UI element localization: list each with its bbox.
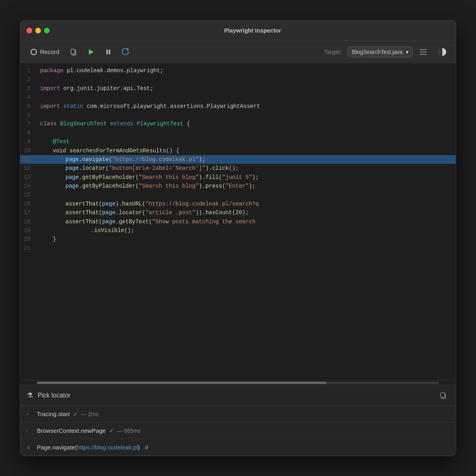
chevron-right-icon-2: ›	[27, 428, 33, 434]
lines-menu-button[interactable]	[416, 45, 430, 59]
main-window: Playwright Inspector Record	[20, 20, 456, 456]
code-line-20: 20 }	[20, 235, 456, 244]
copy-icon	[440, 392, 447, 399]
chevron-right-icon: ›	[27, 411, 33, 417]
svg-marker-2	[89, 49, 94, 55]
scrollbar-thumb[interactable]	[37, 382, 326, 384]
code-editor: 1 package pl.codeleak.demos.playwright; …	[20, 63, 456, 385]
copy-icon	[70, 48, 77, 56]
log-entry-3-text: Page.navigate(https://blog.codeleak.pl) …	[37, 444, 150, 451]
traffic-lights	[27, 28, 50, 33]
code-line-19: 19 .isVisible();	[20, 226, 456, 235]
window-title: Playwright Inspector	[56, 27, 449, 34]
theme-icon	[438, 48, 447, 56]
titlebar: Playwright Inspector	[20, 20, 456, 41]
code-line-15: 15	[20, 190, 456, 199]
locator-copy-button[interactable]	[437, 389, 449, 402]
code-line-21: 21	[20, 244, 456, 253]
play-icon	[87, 48, 95, 56]
code-line-10: 10 void searchesForTermAndGetsResults() …	[20, 146, 456, 155]
log-entry-2-text: BrowserContext.newPage ✓ — 665ms	[37, 427, 141, 434]
theme-toggle-button[interactable]	[435, 45, 449, 59]
pause-bars-icon: ⏸	[144, 444, 150, 451]
log-entry-1-text: Tracing.start ✓ — 2ms	[37, 411, 99, 417]
close-button[interactable]	[27, 28, 32, 33]
record-button[interactable]: Record	[27, 46, 63, 58]
copy-button[interactable]	[66, 45, 81, 59]
code-line-16: 16 assertThat(page).hasURL("https://blog…	[20, 200, 456, 208]
log-entry-3[interactable]: ∨ Page.navigate(https://blog.codeleak.pl…	[20, 439, 456, 456]
code-line-1: 1 package pl.codeleak.demos.playwright;	[20, 66, 456, 75]
bottom-panel: ⚗ Pick locator › Tracing.start ✓ — 2ms ›…	[20, 385, 456, 456]
code-content: 1 package pl.codeleak.demos.playwright; …	[20, 63, 456, 380]
chevron-down-icon-3: ∨	[27, 445, 33, 450]
pause-button[interactable]	[101, 45, 115, 59]
target-label: Target:	[324, 49, 342, 55]
target-value: BlogSearchTest.java	[352, 49, 403, 55]
code-line-3: 3 import org.junit.jupiter.api.Test;	[20, 84, 456, 93]
record-label: Record	[40, 48, 59, 55]
code-line-5: 5 import static com.microsoft.playwright…	[20, 102, 456, 111]
play-button[interactable]	[84, 45, 98, 59]
code-line-7: 7 class BlogSearchTest extends Playwrigh…	[20, 119, 456, 128]
pick-locator-bar: ⚗ Pick locator	[20, 385, 456, 406]
log-entry-2[interactable]: › BrowserContext.newPage ✓ — 665ms	[20, 422, 456, 439]
refresh-button[interactable]	[119, 45, 133, 59]
svg-rect-10	[441, 393, 445, 397]
code-line-6: 6	[20, 111, 456, 119]
svg-rect-4	[109, 50, 110, 54]
pick-locator-label: Pick locator	[38, 392, 432, 399]
log-entry-1[interactable]: › Tracing.start ✓ — 2ms	[20, 406, 456, 422]
code-line-14: 14 page.getByPlaceholder("Search this bl…	[20, 182, 456, 190]
svg-rect-1	[71, 49, 75, 54]
code-line-12: 12 page.locator("button[aria-label='Sear…	[20, 164, 456, 173]
record-dot-icon	[31, 49, 37, 55]
code-line-8: 8	[20, 129, 456, 137]
code-line-13: 13 page.getByPlaceholder("Search this bl…	[20, 173, 456, 182]
code-line-18: 18 assertThat(page.getByText("Show posts…	[20, 217, 456, 226]
code-line-4: 4	[20, 93, 456, 102]
minimize-button[interactable]	[35, 28, 41, 33]
scrollbar-track	[37, 382, 439, 384]
code-line-17: 17 assertThat(page.locator("article .pos…	[20, 208, 456, 217]
lines-icon	[419, 49, 427, 55]
pause-icon	[105, 48, 112, 56]
horizontal-scrollbar[interactable]	[20, 380, 456, 385]
code-line-2: 2	[20, 75, 456, 84]
check-icon-1: ✓	[73, 411, 78, 417]
code-line-11: 11 page.navigate("https://blog.codeleak.…	[20, 155, 456, 164]
svg-rect-3	[106, 50, 108, 54]
check-icon-2: ✓	[109, 428, 114, 434]
log-link[interactable]: https://blog.codeleak.pl	[77, 444, 138, 451]
refresh-icon	[122, 48, 130, 56]
flask-icon: ⚗	[27, 391, 33, 400]
target-dropdown[interactable]: BlogSearchTest.java ▾	[347, 46, 413, 58]
toolbar: Record Target:	[20, 41, 456, 63]
chevron-down-icon: ▾	[406, 49, 409, 55]
code-line-9: 9 @Test	[20, 137, 456, 146]
maximize-button[interactable]	[44, 28, 50, 33]
